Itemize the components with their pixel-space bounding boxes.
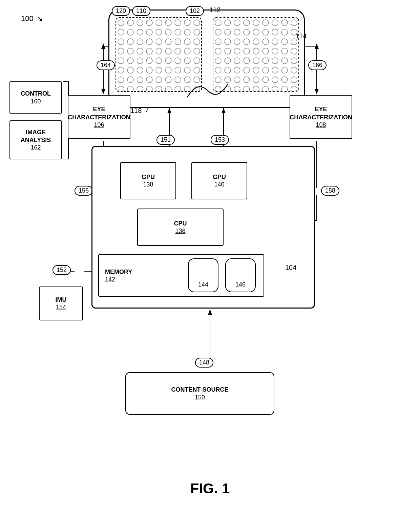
eye-char-right-label: EYECHARACTERIZATION <box>290 105 352 121</box>
content-source-box: CONTENT SOURCE 150 <box>125 372 274 415</box>
hmd-outer-box <box>108 9 305 108</box>
content-source-ref: 150 <box>195 394 205 401</box>
svg-marker-9 <box>101 43 105 49</box>
gpu-right-label: GPU <box>213 173 226 181</box>
conn-156-badge: 156 <box>75 186 93 196</box>
conn-153-badge: 153 <box>211 135 229 145</box>
eye-char-left-box: EYECHARACTERIZATION 106 <box>68 95 130 139</box>
svg-marker-19 <box>167 108 171 113</box>
control-box: CONTROL 160 <box>9 81 62 114</box>
gpu-left-label: GPU <box>142 173 155 181</box>
system-arrow: ↘ <box>37 14 43 23</box>
conn-158-badge: 158 <box>321 186 339 196</box>
conn-166-badge: 166 <box>308 60 327 70</box>
control-label: CONTROL <box>21 90 51 98</box>
eye-char-left-ref: 106 <box>94 121 104 129</box>
conn-152-badge: 152 <box>52 265 71 275</box>
mem-sub1-ref: 144 <box>189 281 218 288</box>
conn-164-badge: 164 <box>97 60 115 70</box>
cpu-ref: 136 <box>175 228 185 235</box>
gpu-right-box: GPU 140 <box>191 162 247 199</box>
image-analysis-label: IMAGEANALYSIS <box>21 129 51 144</box>
ref-102: 102 <box>186 6 204 16</box>
conn-151-badge: 151 <box>156 135 175 145</box>
svg-marker-15 <box>315 43 319 49</box>
system-label: 100 <box>21 14 34 23</box>
svg-marker-23 <box>222 108 226 113</box>
eye-char-left-label: EYECHARACTERIZATION <box>68 105 130 121</box>
image-analysis-box: IMAGEANALYSIS 162 <box>9 120 62 159</box>
control-ref: 160 <box>30 98 41 105</box>
imu-label: IMU <box>56 296 67 304</box>
ref-104-label: 104 <box>285 264 296 272</box>
ref-112-label: 112 <box>209 6 220 14</box>
svg-marker-7 <box>101 89 105 94</box>
memory-label: MEMORY <box>105 268 132 275</box>
diagram: 100 ↘ 120 110 <box>0 0 420 513</box>
ref-118-label: 118 <box>130 107 142 115</box>
svg-marker-13 <box>315 89 319 94</box>
mem-sub2-ref: 146 <box>226 281 255 288</box>
mem-sub1-box: 144 <box>188 258 218 292</box>
content-source-label: CONTENT SOURCE <box>171 386 228 394</box>
ref-114-label: 114 <box>295 32 307 40</box>
image-analysis-ref: 162 <box>30 144 41 151</box>
memory-ref: 142 <box>105 276 115 283</box>
nose-bridge-svg <box>187 80 228 101</box>
cpu-label: CPU <box>174 220 187 228</box>
imu-box: IMU 154 <box>39 287 83 320</box>
cpu-box: CPU 136 <box>137 209 224 246</box>
gpu-right-ref: 140 <box>214 181 224 188</box>
imu-ref: 154 <box>56 304 66 311</box>
gpu-left-box: GPU 138 <box>120 162 176 199</box>
ref-120: 120 <box>112 6 130 16</box>
eye-char-right-ref: 108 <box>316 121 326 129</box>
eye-char-right-box: EYECHARACTERIZATION 108 <box>290 95 352 139</box>
ref-110: 110 <box>132 6 150 16</box>
conn-148-badge: 148 <box>195 358 213 368</box>
fig-label: FIG. 1 <box>0 480 420 497</box>
gpu-left-ref: 138 <box>143 181 153 188</box>
svg-marker-43 <box>208 309 212 315</box>
mem-sub2-box: 146 <box>225 258 256 292</box>
